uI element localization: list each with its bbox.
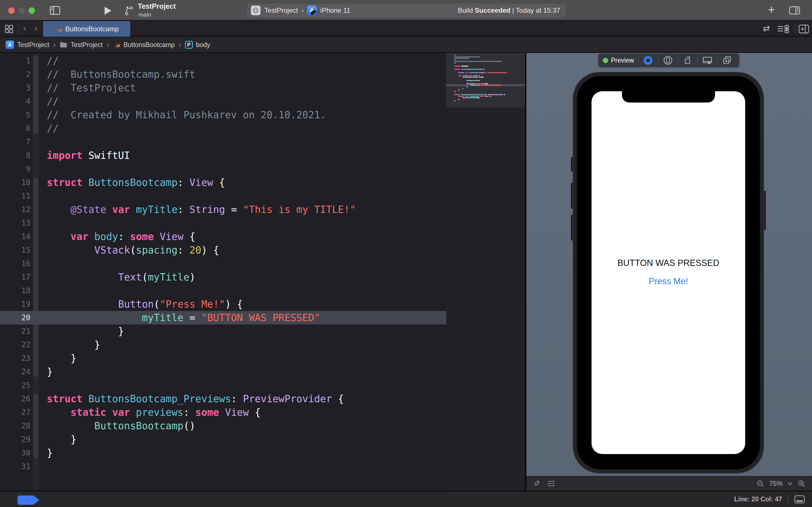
code-line[interactable]: 17 Text(myTitle) <box>0 270 446 284</box>
code-line[interactable]: 11 <box>0 189 446 203</box>
line-number[interactable]: 13 <box>0 216 31 230</box>
close-window-button[interactable] <box>8 7 15 14</box>
rotate-device-button[interactable] <box>682 55 693 65</box>
line-number[interactable]: 6 <box>0 122 31 135</box>
code-line[interactable]: 21 } <box>0 325 446 338</box>
code-line[interactable]: 9 <box>0 162 446 176</box>
line-number[interactable]: 8 <box>0 149 31 162</box>
preview-layout-options-icon[interactable] <box>547 480 556 488</box>
code-line[interactable]: 7 <box>0 135 446 149</box>
toggle-left-sidebar-button[interactable] <box>50 6 60 15</box>
scheme-branch[interactable]: main <box>139 11 151 18</box>
line-number[interactable]: 20 <box>0 311 31 325</box>
code-line[interactable]: 3// TestProject <box>0 81 446 95</box>
preview-settings-button[interactable] <box>702 56 713 65</box>
line-number[interactable]: 18 <box>0 284 31 297</box>
pin-preview-icon[interactable] <box>532 480 541 488</box>
line-number[interactable]: 29 <box>0 433 31 446</box>
code-line[interactable]: 2// ButtonsBootcamp.swift <box>0 68 446 81</box>
code-line[interactable]: 10struct ButtonsBootcamp: View { <box>0 176 446 189</box>
code-line[interactable]: 8import SwiftUI <box>0 149 446 162</box>
editor-options-button[interactable] <box>777 24 790 34</box>
line-number[interactable]: 7 <box>0 135 31 149</box>
line-number[interactable]: 1 <box>0 54 31 68</box>
swap-editor-button[interactable]: ⇄ <box>763 23 770 33</box>
code-line[interactable]: 30} <box>0 446 446 460</box>
add-editor-button[interactable] <box>799 24 809 34</box>
source-editor[interactable]: 1//2// ButtonsBootcamp.swift3// TestProj… <box>0 53 446 491</box>
code-line[interactable]: 13 <box>0 216 446 230</box>
code-line[interactable]: 14 var body: some View { <box>0 230 446 243</box>
zoom-level[interactable]: 75% <box>769 480 783 488</box>
code-line[interactable]: 4// <box>0 95 446 108</box>
crumb-symbol[interactable]: body <box>196 41 210 49</box>
code-line[interactable]: 15 VStack(spacing: 20) { <box>0 243 446 257</box>
zoom-in-button[interactable] <box>797 480 806 488</box>
line-number[interactable]: 12 <box>0 203 31 216</box>
preview-on-device-button[interactable] <box>662 55 673 65</box>
code-line[interactable]: 22 } <box>0 338 446 351</box>
toggle-bottom-panel-button[interactable] <box>794 495 805 504</box>
pill-project-name[interactable]: TestProject <box>264 6 298 14</box>
line-number[interactable]: 11 <box>0 189 31 203</box>
code-line[interactable]: 5// Created by Mikhail Pushkarev on 20.1… <box>0 108 446 122</box>
code-line[interactable]: 18 <box>0 284 446 297</box>
code-line[interactable]: 26struct ButtonsBootcamp_Previews: Previ… <box>0 392 446 406</box>
line-number[interactable]: 27 <box>0 406 31 419</box>
chevron-down-icon[interactable] <box>787 482 793 486</box>
preview-press-me-button[interactable]: Press Me! <box>592 276 745 286</box>
crumb-group[interactable]: TestProject <box>70 41 103 49</box>
code-line[interactable]: 6// <box>0 122 446 135</box>
code-line[interactable]: 31 <box>0 460 446 473</box>
line-number[interactable]: 15 <box>0 243 31 257</box>
line-number[interactable]: 3 <box>0 81 31 95</box>
line-number[interactable]: 16 <box>0 257 31 270</box>
code-line[interactable]: 1// <box>0 54 446 68</box>
duplicate-preview-button[interactable] <box>721 55 733 65</box>
tab-buttonsbootcamp[interactable]: ButtonsBootcamp <box>43 21 130 37</box>
run-button[interactable] <box>104 6 112 15</box>
code-line[interactable]: 25 <box>0 379 446 392</box>
line-number[interactable]: 23 <box>0 351 31 365</box>
crumb-project[interactable]: TestProject <box>17 41 49 49</box>
line-number[interactable]: 2 <box>0 68 31 81</box>
zoom-window-button[interactable] <box>29 7 35 14</box>
pill-destination[interactable]: iPhone 11 <box>320 6 350 14</box>
code-line[interactable]: 16 <box>0 257 446 270</box>
live-preview-button[interactable] <box>643 56 654 65</box>
code-line[interactable]: 28 ButtonsBootcamp() <box>0 419 446 433</box>
code-line[interactable]: 23 } <box>0 351 446 365</box>
line-number[interactable]: 19 <box>0 297 31 311</box>
activity-status-pill[interactable]: TestProject › A iPhone 11 Build Succeede… <box>247 4 566 17</box>
line-number[interactable]: 25 <box>0 379 31 392</box>
line-number[interactable]: 22 <box>0 338 31 351</box>
breakpoint-tag[interactable] <box>17 496 40 505</box>
line-number[interactable]: 4 <box>0 95 31 108</box>
line-col-indicator[interactable]: Line: 20 Col: 47 <box>734 496 782 503</box>
line-number[interactable]: 26 <box>0 392 31 406</box>
code-line[interactable]: 20 myTitle = "BUTTON WAS PRESSED" <box>0 311 446 325</box>
line-number[interactable]: 21 <box>0 325 31 338</box>
code-line[interactable]: 27 static var previews: some View { <box>0 406 446 419</box>
line-number[interactable]: 9 <box>0 162 31 176</box>
crumb-file[interactable]: ButtonsBootcamp <box>123 41 175 49</box>
toggle-right-sidebar-button[interactable] <box>789 6 800 15</box>
scheme-name[interactable]: TestProject <box>138 2 175 10</box>
line-number[interactable]: 24 <box>0 365 31 379</box>
go-forward-button[interactable]: › <box>35 23 38 33</box>
add-tab-button[interactable]: + <box>765 3 777 17</box>
line-number[interactable]: 31 <box>0 460 31 473</box>
minimap[interactable] <box>446 53 525 491</box>
code-line[interactable]: 19 Button("Press Me!") { <box>0 297 446 311</box>
code-line[interactable]: 12 @State var myTitle: String = "This is… <box>0 203 446 216</box>
line-number[interactable]: 28 <box>0 419 31 433</box>
minimize-window-button[interactable] <box>18 7 25 14</box>
line-number[interactable]: 14 <box>0 230 31 243</box>
code-line[interactable]: 29 } <box>0 433 446 446</box>
zoom-out-button[interactable] <box>756 480 765 488</box>
go-back-button[interactable]: ‹ <box>23 23 26 33</box>
line-number[interactable]: 5 <box>0 108 31 122</box>
line-number[interactable]: 17 <box>0 270 31 284</box>
related-items-button[interactable] <box>4 24 13 34</box>
line-number[interactable]: 30 <box>0 446 31 460</box>
